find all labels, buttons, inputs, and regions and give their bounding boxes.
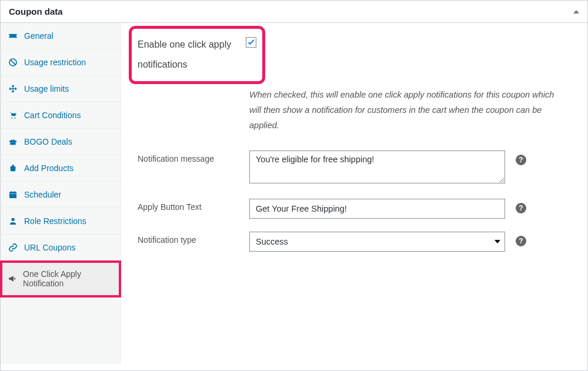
sidebar-item-one-click-apply[interactable]: One Click Apply Notification (1, 261, 121, 297)
svg-point-10 (11, 218, 14, 221)
panel-body: General Usage restriction Usage limits C… (1, 23, 587, 364)
help-icon[interactable]: ? (516, 203, 526, 213)
enable-label: Enable one click apply notifications (138, 35, 246, 74)
sidebar-item-usage-limits[interactable]: Usage limits (1, 76, 121, 102)
svg-rect-5 (10, 142, 15, 145)
svg-point-3 (14, 118, 15, 119)
svg-rect-9 (14, 191, 15, 193)
sidebar-item-label: Add Products (24, 163, 74, 173)
sidebar-item-general[interactable]: General (1, 23, 121, 49)
sidebar: General Usage restriction Usage limits C… (1, 23, 121, 364)
row-notification-message: Notification message ? (138, 151, 571, 186)
coupon-data-panel: Coupon data General Usage restriction (0, 0, 588, 371)
sidebar-item-label: Usage limits (24, 84, 69, 93)
sidebar-item-label: Scheduler (24, 190, 61, 199)
gift-icon (8, 137, 18, 146)
sidebar-item-label: Cart Conditions (24, 111, 81, 120)
user-icon (8, 216, 18, 226)
sidebar-item-url-coupons[interactable]: URL Coupons (1, 235, 121, 261)
row-notification-type: Notification type Success ? (138, 232, 571, 252)
sidebar-item-label: One Click Apply Notification (23, 269, 113, 288)
enable-highlight: Enable one click apply notifications (132, 29, 262, 81)
sidebar-item-add-products[interactable]: Add Products (1, 155, 121, 182)
notification-message-input[interactable] (249, 151, 505, 183)
enable-description: When checked, this will enable one click… (249, 87, 567, 133)
svg-rect-7 (10, 193, 16, 194)
panel-header: Coupon data (1, 1, 587, 23)
sidebar-item-label: General (24, 31, 54, 41)
row-apply-button-text: Apply Button Text ? (138, 199, 571, 219)
sidebar-item-scheduler[interactable]: Scheduler (1, 182, 121, 208)
help-icon[interactable]: ? (516, 236, 526, 246)
notification-message-label: Notification message (138, 151, 249, 163)
apply-button-text-input[interactable] (249, 199, 505, 219)
bag-icon (8, 163, 18, 173)
ticket-icon (8, 31, 18, 41)
svg-point-2 (11, 118, 12, 119)
link-icon (8, 243, 18, 252)
sidebar-item-label: URL Coupons (24, 243, 75, 252)
cart-icon (8, 111, 18, 120)
panel-title: Coupon data (9, 6, 63, 16)
content-panel: Enable one click apply notifications Whe… (121, 23, 587, 364)
help-icon[interactable]: ? (516, 155, 526, 165)
sidebar-item-usage-restriction[interactable]: Usage restriction (1, 49, 121, 76)
move-icon (8, 84, 18, 93)
megaphone-icon (8, 274, 17, 283)
sidebar-item-cart-conditions[interactable]: Cart Conditions (1, 102, 121, 129)
sidebar-item-bogo-deals[interactable]: BOGO Deals (1, 129, 121, 155)
collapse-toggle-icon[interactable] (573, 10, 579, 14)
check-icon (247, 38, 255, 46)
notification-type-select[interactable]: Success (249, 232, 505, 252)
svg-line-1 (10, 59, 15, 65)
svg-rect-4 (9, 141, 16, 142)
apply-button-text-label: Apply Button Text (138, 199, 249, 212)
sidebar-item-label: BOGO Deals (24, 137, 72, 146)
notification-type-label: Notification type (138, 232, 249, 245)
calendar-icon (8, 190, 18, 199)
svg-rect-6 (9, 192, 16, 198)
enable-checkbox[interactable] (246, 37, 256, 48)
sidebar-item-role-restrictions[interactable]: Role Restrictions (1, 208, 121, 235)
sidebar-item-label: Role Restrictions (24, 216, 86, 226)
svg-rect-8 (11, 191, 12, 193)
sidebar-item-label: Usage restriction (24, 58, 86, 67)
ban-icon (8, 58, 18, 67)
